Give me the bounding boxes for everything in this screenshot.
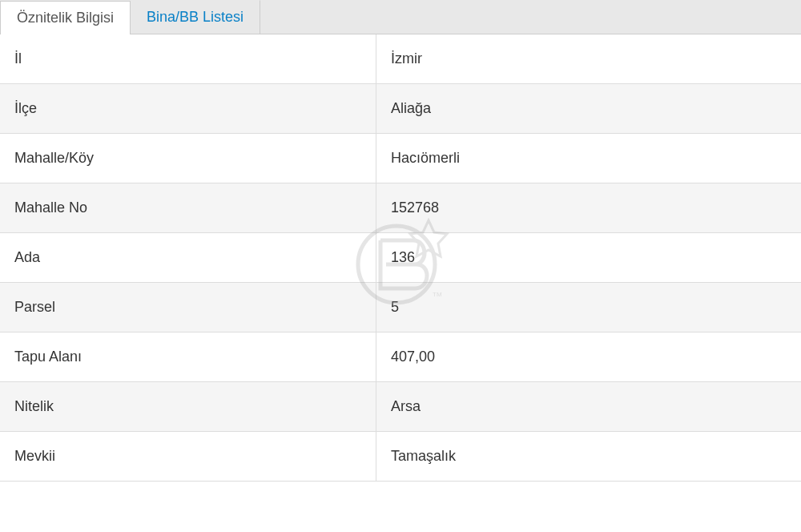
label-il: İl (0, 34, 376, 83)
label-parsel: Parsel (0, 283, 376, 332)
value-mahalle-koy: Hacıömerli (376, 134, 801, 183)
label-ada: Ada (0, 233, 376, 282)
value-parsel: 5 (376, 283, 801, 332)
label-mevkii: Mevkii (0, 432, 376, 481)
table-row: Mevkii Tamaşalık (0, 432, 801, 482)
label-tapu-alani: Tapu Alanı (0, 332, 376, 381)
table-row: Tapu Alanı 407,00 (0, 332, 801, 382)
label-ilce: İlçe (0, 84, 376, 133)
label-nitelik: Nitelik (0, 382, 376, 431)
value-mevkii: Tamaşalık (376, 432, 801, 481)
attribute-table: İl İzmir İlçe Aliağa Mahalle/Köy Hacıöme… (0, 34, 801, 482)
table-row: Parsel 5 (0, 283, 801, 332)
label-mahalle-no: Mahalle No (0, 183, 376, 232)
table-row: Mahalle No 152768 (0, 183, 801, 233)
table-row: İl İzmir (0, 34, 801, 84)
value-mahalle-no: 152768 (376, 183, 801, 232)
value-ada: 136 (376, 233, 801, 282)
table-row: Mahalle/Köy Hacıömerli (0, 134, 801, 183)
table-row: İlçe Aliağa (0, 84, 801, 134)
label-mahalle-koy: Mahalle/Köy (0, 134, 376, 183)
tabs-bar: Öznitelik Bilgisi Bina/BB Listesi (0, 0, 801, 34)
value-ilce: Aliağa (376, 84, 801, 133)
value-nitelik: Arsa (376, 382, 801, 431)
value-il: İzmir (376, 34, 801, 83)
tab-oznitelik-bilgisi[interactable]: Öznitelik Bilgisi (0, 1, 131, 34)
table-row: Ada 136 (0, 233, 801, 283)
value-tapu-alani: 407,00 (376, 332, 801, 381)
tab-bina-bb-listesi[interactable]: Bina/BB Listesi (131, 0, 260, 34)
table-row: Nitelik Arsa (0, 382, 801, 432)
